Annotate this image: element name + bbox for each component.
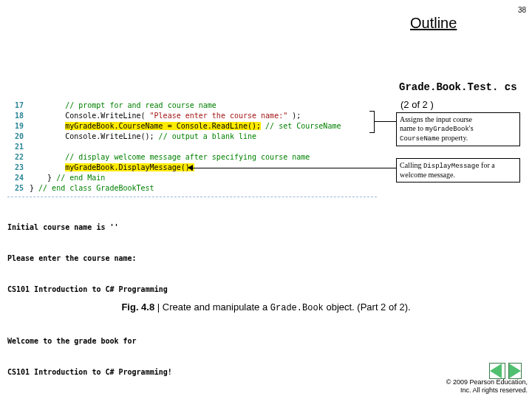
code-line-17: 17 // prompt for and read course name — [7, 100, 377, 111]
output-line: CS101 Introduction to C# Programming! — [7, 367, 377, 378]
copyright-footer: © 2009 Pearson Education, Inc. All right… — [446, 378, 528, 395]
output-separator — [7, 197, 377, 197]
footer-line: © 2009 Pearson Education, — [446, 378, 528, 386]
program-output: Initial course name is '' Please enter t… — [7, 202, 377, 398]
annot-text: Calling DisplayMessage for a — [400, 161, 516, 171]
part-indicator: (2 of 2 ) — [400, 99, 434, 110]
footer-line: Inc. All rights reserved. — [446, 386, 528, 395]
triangle-left-icon — [490, 364, 502, 378]
caption-text: object. (Part 2 of 2). — [324, 301, 411, 313]
code-line-20: 20 Console.WriteLine(); // output a blan… — [7, 132, 377, 142]
source-filename: Grade.Book.Test. cs — [399, 81, 517, 93]
next-slide-button[interactable] — [508, 363, 522, 379]
annotation-assign-coursename: Assigns the input course name to myGrade… — [396, 112, 520, 146]
output-line: Please enter the course name: — [7, 253, 377, 264]
code-line-22: 22 // display welcome message after spec… — [7, 152, 377, 163]
caption-text: | Create and manipulate a — [154, 301, 270, 313]
output-line: Initial course name is '' — [7, 222, 377, 233]
annot-text: welcome message. — [400, 171, 516, 180]
connector-2 — [192, 168, 396, 168]
arrowhead-icon — [188, 165, 193, 171]
annot-text: CourseName property. — [400, 134, 516, 143]
page-number: 38 — [518, 6, 526, 14]
prev-slide-button[interactable] — [489, 363, 505, 379]
code-line-25: 25} // end class GradeBookTest — [7, 183, 377, 194]
code-listing: 17 // prompt for and read course name 18… — [7, 100, 377, 398]
code-line-18: 18 Console.WriteLine( "Please enter the … — [7, 111, 377, 121]
code-line-21: 21 — [7, 142, 377, 152]
annot-text: name to myGradeBook's — [400, 124, 516, 134]
outline-heading: Outline — [410, 15, 457, 32]
output-line: Welcome to the grade book for — [7, 336, 377, 347]
bracket-1 — [369, 111, 375, 133]
figure-caption: Fig. 4.8 | Create and manipulate a Grade… — [0, 301, 532, 313]
output-line: CS101 Introduction to C# Programming — [7, 284, 377, 295]
annotation-displaymessage: Calling DisplayMessage for a welcome mes… — [396, 158, 520, 183]
annot-text: Assigns the input course — [400, 115, 516, 124]
connector-1 — [374, 121, 396, 122]
figure-number: Fig. 4.8 — [121, 301, 154, 313]
caption-class: Grade.Book — [270, 303, 324, 313]
code-line-24: 24 } // end Main — [7, 173, 377, 183]
code-line-19: 19 myGradeBook.CourseName = Console.Read… — [7, 121, 377, 132]
triangle-right-icon — [509, 364, 521, 378]
